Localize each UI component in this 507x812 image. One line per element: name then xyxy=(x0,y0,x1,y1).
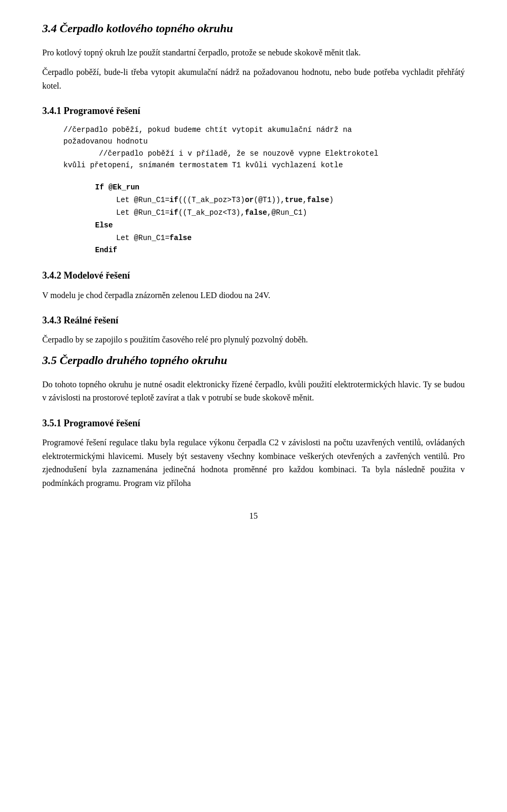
code-block-3-4-1: If @Ek_run Let @Run_C1=if(((T_ak_poz>T3)… xyxy=(95,181,465,257)
page-content: 3.4 Čerpadlo kotlového topného okruhu Pr… xyxy=(42,21,465,521)
code-line-let3: Let @Run_C1=false xyxy=(116,232,465,245)
section-3-4-title: 3.4 Čerpadlo kotlového topného okruhu xyxy=(42,21,465,36)
code-line-if: If @Ek_run xyxy=(95,181,465,194)
section-3-4-intro-p1: Pro kotlový topný okruh lze použít stand… xyxy=(42,46,465,60)
keyword-endif: Endif xyxy=(95,246,117,254)
let1-keyword-or: or xyxy=(245,196,254,204)
section-3-5-title: 3.5 Čerpadlo druhého topného okruhu xyxy=(42,353,465,368)
let1-rest: (@T1)), xyxy=(253,196,285,204)
subsection-3-4-3-title: 3.4.3 Reálné řešení xyxy=(42,314,465,327)
let2-prefix: Let @Run_C1= xyxy=(116,208,170,217)
code-line-else: Else xyxy=(95,219,465,232)
let2-rest: ,@Run_C1) xyxy=(267,208,307,217)
let1-keyword-true: true xyxy=(285,196,303,204)
subsection-3-4-2-text: V modelu je chod čerpadla znázorněn zele… xyxy=(42,289,465,302)
subsection-3-4-1-title: 3.4.1 Programové řešení xyxy=(42,105,465,117)
let1-prefix: Let @Run_C1= xyxy=(116,196,170,204)
page-number: 15 xyxy=(42,511,465,521)
section-3-4-intro-p2: Čerpadlo poběží, bude-li třeba vytopit a… xyxy=(42,65,465,92)
subsection-3-4-2-title: 3.4.2 Modelové řešení xyxy=(42,270,465,282)
keyword-else: Else xyxy=(95,221,113,230)
section-3-5-intro: Do tohoto topného okruhu je nutné osadit… xyxy=(42,378,465,405)
let2-keyword-if: if xyxy=(170,208,179,217)
let2-condition: ((T_ak_poz<T3), xyxy=(179,208,245,217)
code-line-let2: Let @Run_C1=if((T_ak_poz<T3),false,@Run_… xyxy=(116,207,465,219)
subsection-3-5-1-title: 3.5.1 Programové řešení xyxy=(42,417,465,429)
let2-keyword-false: false xyxy=(245,208,267,217)
subsection-3-5-1-text: Programové řešení regulace tlaku byla re… xyxy=(42,436,465,490)
let3-prefix: Let @Run_C1= xyxy=(116,234,170,242)
code-line-let1: Let @Run_C1=if(((T_ak_poz>T3)or(@T1)),tr… xyxy=(116,194,465,207)
let1-keyword-false: false xyxy=(307,196,329,204)
let3-keyword-false: false xyxy=(170,234,192,242)
code-line-endif: Endif xyxy=(95,244,465,257)
let1-close: ) xyxy=(329,196,333,204)
let1-keyword-if: if xyxy=(170,196,179,204)
let1-condition: (((T_ak_poz>T3) xyxy=(179,196,245,204)
keyword-if: If @Ek_run xyxy=(95,183,139,192)
subsection-3-4-3-text: Čerpadlo by se zapojilo s použitím časov… xyxy=(42,333,465,347)
subsection-3-4-1-desc: //čerpadlo poběží, pokud budeme chtít vy… xyxy=(63,124,465,171)
